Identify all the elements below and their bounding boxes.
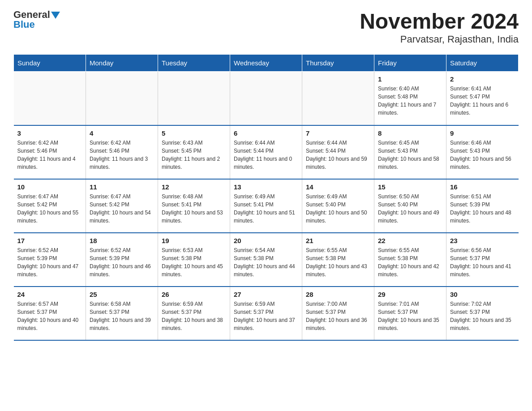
calendar-cell: 10Sunrise: 6:47 AM Sunset: 5:42 PM Dayli… <box>14 179 86 233</box>
day-info: Sunrise: 7:01 AM Sunset: 5:37 PM Dayligh… <box>378 300 442 332</box>
day-number: 27 <box>234 291 298 298</box>
col-thursday: Thursday <box>302 55 374 72</box>
calendar-cell: 25Sunrise: 6:58 AM Sunset: 5:37 PM Dayli… <box>86 287 158 340</box>
day-number: 1 <box>378 75 442 83</box>
day-number: 13 <box>234 183 298 191</box>
day-number: 26 <box>162 291 226 298</box>
calendar-cell: 22Sunrise: 6:55 AM Sunset: 5:38 PM Dayli… <box>374 233 446 287</box>
calendar-cell: 29Sunrise: 7:01 AM Sunset: 5:37 PM Dayli… <box>374 287 446 340</box>
day-info: Sunrise: 6:41 AM Sunset: 5:47 PM Dayligh… <box>450 85 515 117</box>
day-number: 28 <box>306 291 370 298</box>
day-number: 14 <box>306 183 370 191</box>
calendar-cell: 8Sunrise: 6:45 AM Sunset: 5:43 PM Daylig… <box>374 125 446 179</box>
calendar-cell: 17Sunrise: 6:52 AM Sunset: 5:39 PM Dayli… <box>14 233 86 287</box>
day-number: 18 <box>90 237 154 244</box>
day-info: Sunrise: 6:42 AM Sunset: 5:46 PM Dayligh… <box>17 139 82 171</box>
calendar-cell: 5Sunrise: 6:43 AM Sunset: 5:45 PM Daylig… <box>158 125 230 179</box>
day-info: Sunrise: 6:56 AM Sunset: 5:37 PM Dayligh… <box>450 246 515 278</box>
calendar-cell: 3Sunrise: 6:42 AM Sunset: 5:46 PM Daylig… <box>14 125 86 179</box>
day-number: 19 <box>162 237 226 244</box>
day-info: Sunrise: 6:52 AM Sunset: 5:39 PM Dayligh… <box>90 246 154 278</box>
calendar-cell: 13Sunrise: 6:49 AM Sunset: 5:41 PM Dayli… <box>230 179 302 233</box>
day-info: Sunrise: 6:49 AM Sunset: 5:40 PM Dayligh… <box>306 193 370 225</box>
day-info: Sunrise: 6:54 AM Sunset: 5:38 PM Dayligh… <box>234 246 298 278</box>
day-number: 17 <box>17 237 82 244</box>
day-info: Sunrise: 6:55 AM Sunset: 5:38 PM Dayligh… <box>378 246 442 278</box>
logo-blue: Blue <box>13 19 35 30</box>
day-info: Sunrise: 6:57 AM Sunset: 5:37 PM Dayligh… <box>17 300 82 332</box>
calendar-week-row: 3Sunrise: 6:42 AM Sunset: 5:46 PM Daylig… <box>14 125 519 179</box>
day-number: 29 <box>378 291 442 298</box>
col-saturday: Saturday <box>446 55 519 72</box>
day-info: Sunrise: 6:44 AM Sunset: 5:44 PM Dayligh… <box>306 139 370 171</box>
calendar-cell: 19Sunrise: 6:53 AM Sunset: 5:38 PM Dayli… <box>158 233 230 287</box>
day-info: Sunrise: 6:47 AM Sunset: 5:42 PM Dayligh… <box>90 193 154 225</box>
day-number: 30 <box>450 291 515 298</box>
day-info: Sunrise: 6:50 AM Sunset: 5:40 PM Dayligh… <box>378 193 442 225</box>
day-number: 9 <box>450 129 515 137</box>
logo-triangle-icon <box>51 12 60 19</box>
calendar-cell: 15Sunrise: 6:50 AM Sunset: 5:40 PM Dayli… <box>374 179 446 233</box>
day-info: Sunrise: 6:47 AM Sunset: 5:42 PM Dayligh… <box>17 193 82 225</box>
calendar-week-row: 1Sunrise: 6:40 AM Sunset: 5:48 PM Daylig… <box>14 72 519 125</box>
calendar-cell: 9Sunrise: 6:46 AM Sunset: 5:43 PM Daylig… <box>446 125 519 179</box>
day-number: 24 <box>17 291 82 298</box>
calendar-cell <box>302 72 374 125</box>
calendar-cell <box>14 72 86 125</box>
calendar-cell: 7Sunrise: 6:44 AM Sunset: 5:44 PM Daylig… <box>302 125 374 179</box>
calendar-cell: 24Sunrise: 6:57 AM Sunset: 5:37 PM Dayli… <box>14 287 86 340</box>
day-number: 8 <box>378 129 442 137</box>
calendar-cell: 11Sunrise: 6:47 AM Sunset: 5:42 PM Dayli… <box>86 179 158 233</box>
day-info: Sunrise: 6:59 AM Sunset: 5:37 PM Dayligh… <box>162 300 226 332</box>
day-number: 25 <box>90 291 154 298</box>
calendar-cell <box>230 72 302 125</box>
calendar-cell: 4Sunrise: 6:42 AM Sunset: 5:46 PM Daylig… <box>86 125 158 179</box>
day-number: 5 <box>162 129 226 137</box>
calendar-week-row: 24Sunrise: 6:57 AM Sunset: 5:37 PM Dayli… <box>14 287 519 340</box>
day-number: 12 <box>162 183 226 191</box>
col-wednesday: Wednesday <box>230 55 302 72</box>
col-tuesday: Tuesday <box>158 55 230 72</box>
calendar-table: Sunday Monday Tuesday Wednesday Thursday… <box>13 54 519 341</box>
calendar-cell: 1Sunrise: 6:40 AM Sunset: 5:48 PM Daylig… <box>374 72 446 125</box>
calendar-cell: 2Sunrise: 6:41 AM Sunset: 5:47 PM Daylig… <box>446 72 519 125</box>
col-friday: Friday <box>374 55 446 72</box>
day-info: Sunrise: 6:53 AM Sunset: 5:38 PM Dayligh… <box>162 246 226 278</box>
page-header: General Blue November 2024 Parvatsar, Ra… <box>13 9 519 45</box>
day-number: 15 <box>378 183 442 191</box>
day-info: Sunrise: 6:51 AM Sunset: 5:39 PM Dayligh… <box>450 193 515 225</box>
day-info: Sunrise: 7:02 AM Sunset: 5:37 PM Dayligh… <box>450 300 515 332</box>
day-number: 2 <box>450 75 515 83</box>
day-number: 3 <box>17 129 82 137</box>
day-number: 23 <box>450 237 515 244</box>
calendar-cell: 30Sunrise: 7:02 AM Sunset: 5:37 PM Dayli… <box>446 287 519 340</box>
day-number: 4 <box>90 129 154 137</box>
day-info: Sunrise: 6:44 AM Sunset: 5:44 PM Dayligh… <box>234 139 298 171</box>
calendar-header-row: Sunday Monday Tuesday Wednesday Thursday… <box>14 55 519 72</box>
calendar-cell: 12Sunrise: 6:48 AM Sunset: 5:41 PM Dayli… <box>158 179 230 233</box>
day-number: 20 <box>234 237 298 244</box>
day-info: Sunrise: 6:40 AM Sunset: 5:48 PM Dayligh… <box>378 85 442 117</box>
page-subtitle: Parvatsar, Rajasthan, India <box>360 34 519 45</box>
calendar-cell <box>158 72 230 125</box>
day-info: Sunrise: 6:46 AM Sunset: 5:43 PM Dayligh… <box>450 139 515 171</box>
day-info: Sunrise: 6:49 AM Sunset: 5:41 PM Dayligh… <box>234 193 298 225</box>
calendar-week-row: 10Sunrise: 6:47 AM Sunset: 5:42 PM Dayli… <box>14 179 519 233</box>
day-info: Sunrise: 6:45 AM Sunset: 5:43 PM Dayligh… <box>378 139 442 171</box>
day-info: Sunrise: 6:42 AM Sunset: 5:46 PM Dayligh… <box>90 139 154 171</box>
logo: General Blue <box>13 9 60 30</box>
calendar-cell <box>86 72 158 125</box>
day-number: 6 <box>234 129 298 137</box>
calendar-cell: 16Sunrise: 6:51 AM Sunset: 5:39 PM Dayli… <box>446 179 519 233</box>
page-title: November 2024 <box>360 9 519 34</box>
day-info: Sunrise: 7:00 AM Sunset: 5:37 PM Dayligh… <box>306 300 370 332</box>
calendar-cell: 27Sunrise: 6:59 AM Sunset: 5:37 PM Dayli… <box>230 287 302 340</box>
day-info: Sunrise: 6:59 AM Sunset: 5:37 PM Dayligh… <box>234 300 298 332</box>
calendar-cell: 18Sunrise: 6:52 AM Sunset: 5:39 PM Dayli… <box>86 233 158 287</box>
day-info: Sunrise: 6:43 AM Sunset: 5:45 PM Dayligh… <box>162 139 226 171</box>
day-info: Sunrise: 6:48 AM Sunset: 5:41 PM Dayligh… <box>162 193 226 225</box>
day-number: 16 <box>450 183 515 191</box>
calendar-cell: 14Sunrise: 6:49 AM Sunset: 5:40 PM Dayli… <box>302 179 374 233</box>
day-number: 11 <box>90 183 154 191</box>
calendar-cell: 20Sunrise: 6:54 AM Sunset: 5:38 PM Dayli… <box>230 233 302 287</box>
